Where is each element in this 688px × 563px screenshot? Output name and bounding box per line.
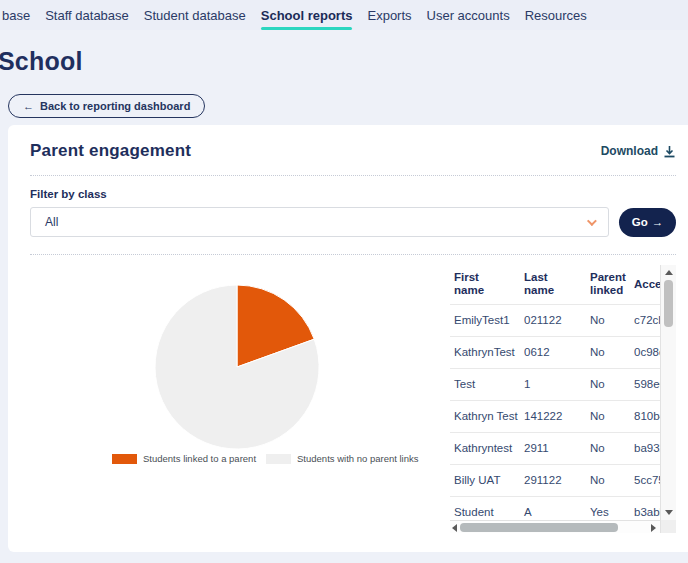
- table-row: StudentAYesb3abl: [450, 496, 660, 520]
- download-label: Download: [601, 144, 658, 158]
- top-nav: base Staff database Student database Sch…: [0, 0, 688, 30]
- scroll-down-icon[interactable]: [665, 510, 673, 515]
- table-row: Test1No598e6: [450, 368, 660, 400]
- download-icon: [663, 145, 676, 158]
- download-button[interactable]: Download: [601, 144, 676, 158]
- divider: [30, 175, 676, 176]
- nav-item-resources[interactable]: Resources: [525, 0, 587, 30]
- col-first-name: First name: [450, 265, 520, 304]
- nav-item-exports[interactable]: Exports: [367, 0, 411, 30]
- col-last-name: Last name: [520, 265, 586, 304]
- scrollbar-corner: [661, 520, 676, 533]
- active-tab-underline: [261, 27, 353, 30]
- right-arrow-icon: →: [652, 216, 664, 228]
- divider: [30, 254, 676, 255]
- parent-engagement-card: Parent engagement Download Filter by cla…: [8, 125, 688, 552]
- students-table: First name Last name Parent linked Acces…: [450, 265, 660, 520]
- report-body: Students linked to a parent Students wit…: [30, 265, 676, 533]
- chart-area: Students linked to a parent Students wit…: [30, 265, 450, 533]
- nav-item-user-accounts[interactable]: User accounts: [427, 0, 510, 30]
- table-viewport: First name Last name Parent linked Acces…: [450, 265, 660, 520]
- scroll-up-icon[interactable]: [665, 270, 673, 275]
- filter-by-class-label: Filter by class: [30, 188, 676, 200]
- card-header: Parent engagement Download: [30, 141, 676, 161]
- horizontal-scrollbar[interactable]: [450, 520, 660, 533]
- nav-item-base[interactable]: base: [2, 0, 30, 30]
- nav-item-school-reports[interactable]: School reports: [261, 0, 353, 30]
- back-to-dashboard-button[interactable]: ← Back to reporting dashboard: [8, 94, 205, 118]
- go-button[interactable]: Go →: [619, 208, 676, 237]
- page-title: School: [0, 46, 688, 76]
- vertical-scroll-thumb[interactable]: [664, 280, 673, 327]
- back-arrow-icon: ←: [23, 100, 34, 112]
- scroll-right-icon[interactable]: [651, 524, 656, 532]
- col-parent-linked: Parent linked: [586, 265, 630, 304]
- table-row: Kathryntest2911Noba932: [450, 432, 660, 464]
- pie-chart: [154, 284, 320, 450]
- col-access-code: Access code: [630, 265, 660, 304]
- card-title: Parent engagement: [30, 141, 191, 161]
- filter-row: All Go →: [30, 207, 676, 237]
- legend-label-not-linked: Students with no parent links: [297, 453, 418, 464]
- class-select-value: All: [45, 215, 58, 229]
- chart-legend: Students linked to a parent Students wit…: [112, 453, 429, 464]
- horizontal-scroll-thumb[interactable]: [460, 523, 618, 532]
- legend-swatch-not-linked: [266, 454, 291, 464]
- nav-item-staff-database[interactable]: Staff database: [45, 0, 129, 30]
- legend-swatch-linked: [112, 454, 137, 464]
- table-header-row: First name Last name Parent linked Acces…: [450, 265, 660, 304]
- table-row: Billy UAT291122No5cc75: [450, 464, 660, 496]
- scroll-left-icon[interactable]: [452, 524, 457, 532]
- table-row: Kathryn Test141222No810b4: [450, 400, 660, 432]
- class-select[interactable]: All: [30, 207, 609, 237]
- chevron-down-icon: [587, 216, 597, 226]
- legend-label-linked: Students linked to a parent: [143, 453, 256, 464]
- students-table-container: First name Last name Parent linked Acces…: [450, 265, 676, 533]
- back-button-label: Back to reporting dashboard: [40, 100, 190, 112]
- vertical-scrollbar[interactable]: [660, 265, 676, 533]
- table-row: KathrynTest0612No0c98d: [450, 336, 660, 368]
- table-row: EmilyTest1021122Noc72cll: [450, 304, 660, 336]
- nav-item-student-database[interactable]: Student database: [144, 0, 246, 30]
